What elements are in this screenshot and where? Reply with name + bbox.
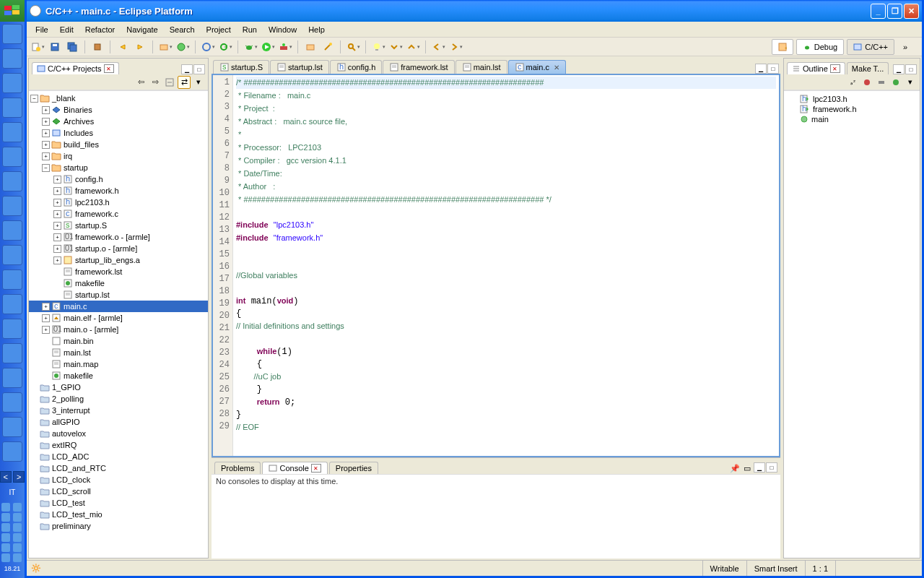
- tree-toggle-icon[interactable]: +: [42, 303, 50, 311]
- link-editor-icon[interactable]: ⇄: [178, 76, 191, 89]
- tree-item[interactable]: main.map: [29, 358, 208, 370]
- tree-toggle-icon[interactable]: +: [42, 326, 50, 334]
- outline-item[interactable]: hlpc2103.h: [787, 94, 917, 104]
- taskbar-app-icon[interactable]: [2, 98, 22, 118]
- next-annotation-button[interactable]: [388, 39, 404, 55]
- tree-item[interactable]: +01main.o - [armle]: [29, 324, 208, 335]
- tree-item[interactable]: LCD_ADC: [29, 451, 208, 462]
- tree-item[interactable]: +cframework.c: [29, 208, 208, 220]
- menu-navigate[interactable]: Navigate: [121, 24, 163, 35]
- taskbar-app-icon[interactable]: [2, 343, 22, 363]
- hide-fields-icon[interactable]: [860, 76, 873, 89]
- menu-search[interactable]: Search: [164, 24, 201, 35]
- tree-item[interactable]: main.bin: [29, 335, 208, 347]
- make-targets-tab[interactable]: Make T...: [847, 62, 889, 74]
- cpp-perspective-button[interactable]: C/C++: [847, 39, 894, 55]
- tree-toggle-icon[interactable]: +: [53, 187, 61, 195]
- menu-window[interactable]: Window: [263, 24, 302, 35]
- maximize-view-button[interactable]: □: [905, 64, 917, 74]
- wand-button[interactable]: [320, 39, 336, 55]
- taskbar-app-icon[interactable]: [2, 171, 22, 191]
- build-button[interactable]: [90, 39, 105, 55]
- menu-refactor[interactable]: Refactor: [79, 24, 121, 35]
- tray-icon[interactable]: [1, 533, 10, 542]
- taskbar-app-icon[interactable]: [2, 73, 22, 93]
- outline-item[interactable]: hframework.h: [787, 104, 917, 114]
- save-button[interactable]: [47, 39, 63, 55]
- tree-item[interactable]: startup.lst: [29, 289, 208, 301]
- taskbar-app-icon[interactable]: [2, 24, 22, 44]
- run-button[interactable]: [260, 39, 276, 55]
- tree-item[interactable]: preliminary: [29, 520, 208, 532]
- projects-tab[interactable]: C/C++ Projects ✕: [32, 62, 119, 74]
- taskbar-app-icon[interactable]: [2, 269, 22, 290]
- menu-help[interactable]: Help: [302, 24, 331, 35]
- minimize-editor-button[interactable]: ▁: [755, 64, 767, 74]
- editor-tab[interactable]: sstartup.S: [213, 60, 269, 74]
- tree-item[interactable]: +hframework.h: [29, 185, 208, 197]
- tree-item[interactable]: +cmain.c: [29, 301, 208, 312]
- config-button[interactable]: [200, 39, 216, 55]
- tree-toggle-icon[interactable]: −: [42, 164, 50, 172]
- editor-tab[interactable]: framework.lst: [383, 60, 454, 74]
- outline-item[interactable]: main: [787, 114, 917, 124]
- menu-project[interactable]: Project: [201, 24, 237, 35]
- save-all-button[interactable]: [64, 39, 80, 55]
- tree-item[interactable]: allGPIO: [29, 416, 208, 428]
- taskbar-app-icon[interactable]: [2, 441, 22, 462]
- clock[interactable]: 18.21: [1, 565, 23, 572]
- back-icon[interactable]: ⇦: [134, 76, 147, 89]
- tree-item[interactable]: 3_interrupt: [29, 405, 208, 416]
- menu-edit[interactable]: Edit: [54, 24, 79, 35]
- maximize-view-button[interactable]: □: [193, 64, 205, 74]
- pin-console-button[interactable]: 📌: [729, 462, 741, 474]
- tray-icon[interactable]: [1, 523, 10, 532]
- search-button[interactable]: [345, 39, 361, 55]
- project-tree[interactable]: −_blank+Binaries+Archives+Includes+build…: [29, 90, 208, 558]
- sort-icon[interactable]: ₐᶻ: [846, 76, 859, 89]
- editor-tab[interactable]: main.lst: [456, 60, 507, 74]
- view-menu-icon[interactable]: ▾: [192, 76, 205, 89]
- open-perspective-button[interactable]: +: [772, 39, 793, 55]
- outline-tree[interactable]: hlpc2103.hhframework.hmain: [784, 90, 920, 558]
- tree-item[interactable]: main.lst: [29, 347, 208, 358]
- taskbar-app-icon[interactable]: [2, 319, 22, 339]
- editor-tab[interactable]: cmain.c✕: [508, 60, 566, 74]
- tree-item[interactable]: +01startup.o - [armle]: [29, 243, 208, 254]
- tree-item[interactable]: +hlpc2103.h: [29, 197, 208, 208]
- taskbar-app-icon[interactable]: [2, 122, 22, 142]
- tree-item[interactable]: −_blank: [29, 92, 208, 104]
- minimize-button[interactable]: _: [871, 4, 886, 19]
- tree-item[interactable]: +Archives: [29, 116, 208, 127]
- tree-item[interactable]: +irq: [29, 150, 208, 162]
- tree-toggle-icon[interactable]: +: [42, 152, 50, 160]
- language-indicator[interactable]: IT: [0, 488, 25, 496]
- tree-item[interactable]: +build_files: [29, 139, 208, 150]
- taskbar-app-icon[interactable]: [2, 147, 22, 167]
- tree-toggle-icon[interactable]: −: [30, 95, 38, 103]
- view-close-icon[interactable]: ✕: [311, 464, 321, 473]
- minimize-view-button[interactable]: ▁: [181, 64, 193, 74]
- view-menu-icon[interactable]: ▾: [904, 76, 917, 89]
- new-class-button[interactable]: [175, 39, 191, 55]
- display-console-button[interactable]: ▭: [741, 462, 753, 474]
- tree-toggle-icon[interactable]: +: [53, 256, 61, 264]
- editor-tab[interactable]: hconfig.h: [330, 60, 383, 74]
- taskbar-app-icon[interactable]: [2, 392, 22, 413]
- taskbar-nav[interactable]: <>: [0, 471, 25, 483]
- taskbar-app-icon[interactable]: [2, 417, 22, 437]
- maximize-bottom-button[interactable]: □: [766, 462, 777, 473]
- close-button[interactable]: ✕: [904, 4, 919, 19]
- tree-item[interactable]: LCD_and_RTC: [29, 462, 208, 474]
- refresh-button[interactable]: [217, 39, 233, 55]
- tree-item[interactable]: 1_GPIO: [29, 381, 208, 393]
- view-close-icon[interactable]: ✕: [830, 64, 840, 73]
- collapse-all-icon[interactable]: [163, 76, 176, 89]
- code-content[interactable]: /* #####################################…: [233, 75, 779, 456]
- close-tab-icon[interactable]: ✕: [554, 64, 559, 72]
- tree-item[interactable]: +startup_lib_engs.a: [29, 254, 208, 266]
- tray-icon[interactable]: [1, 543, 10, 552]
- bottom-tab-problems[interactable]: Problems: [214, 462, 261, 474]
- tree-toggle-icon[interactable]: +: [53, 233, 61, 241]
- undo-button[interactable]: [115, 39, 131, 55]
